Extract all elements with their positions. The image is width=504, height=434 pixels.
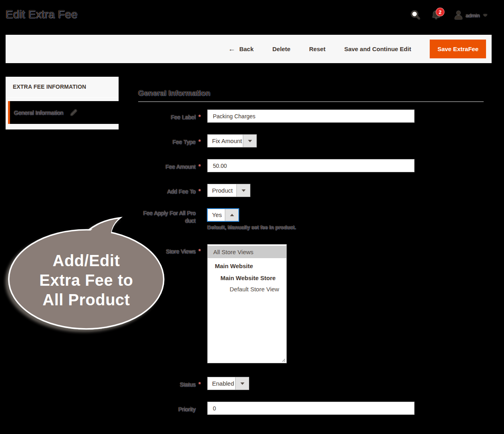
back-button-label: Back	[239, 46, 254, 52]
required-asterisk: *	[198, 248, 200, 254]
notification-count-badge: 2	[436, 8, 444, 16]
select-arrow-button[interactable]	[243, 135, 256, 147]
save-and-continue-button[interactable]: Save and Continue Edit	[344, 46, 411, 52]
chevron-down-icon	[242, 189, 246, 192]
pencil-icon	[70, 109, 77, 116]
page-actions-toolbar: ← Back Delete Reset Save and Continue Ed…	[6, 35, 492, 63]
priority-input[interactable]	[207, 402, 415, 415]
fee-type-value: Fix Amount	[208, 135, 243, 147]
status-label: Status	[138, 381, 196, 388]
store-views-listbox[interactable]: All Store Views Main Website Main Websit…	[207, 244, 287, 363]
save-extrafee-button[interactable]: Save ExtraFee	[430, 40, 486, 58]
required-asterisk: *	[198, 163, 200, 169]
search-icon[interactable]	[411, 10, 420, 20]
required-asterisk: *	[198, 381, 200, 387]
store-view-option-default-store-view[interactable]: Default Store View	[208, 284, 286, 295]
add-fee-to-label: Add Fee To	[138, 188, 196, 195]
fee-type-select[interactable]: Fix Amount	[207, 134, 257, 147]
back-button[interactable]: ← Back	[228, 46, 254, 52]
fee-apply-select[interactable]: Yes	[207, 208, 239, 222]
select-arrow-button[interactable]	[236, 184, 250, 197]
fee-amount-input[interactable]	[207, 159, 415, 172]
section-title: General Information	[138, 89, 210, 98]
reset-button[interactable]: Reset	[309, 46, 325, 52]
fee-label-input[interactable]	[207, 109, 415, 123]
store-view-option-main-website-store[interactable]: Main Website Store	[208, 272, 286, 284]
required-asterisk: *	[198, 188, 200, 194]
chevron-down-icon	[240, 382, 244, 385]
add-fee-to-select[interactable]: Product	[207, 184, 250, 197]
caret-down-icon	[483, 14, 487, 16]
add-fee-to-value: Product	[208, 184, 236, 197]
callout-line-2: Extra Fee to	[8, 271, 164, 290]
store-view-option-main-website[interactable]: Main Website	[208, 260, 286, 272]
fee-type-label: Fee Type	[138, 138, 196, 146]
back-arrow-icon: ←	[228, 46, 235, 52]
page-title: Edit Extra Fee	[6, 8, 77, 21]
account-menu[interactable]: admin	[454, 10, 490, 20]
callout-line-1: Add/Edit	[8, 251, 164, 271]
fee-apply-label: Fee Apply For All Pro duct	[138, 209, 196, 225]
chevron-down-icon	[248, 140, 252, 142]
account-username: admin	[466, 12, 480, 18]
select-arrow-button[interactable]	[235, 377, 249, 390]
sidebar-item-general-information[interactable]: General Information	[8, 101, 119, 124]
callout-line-3: All Product	[8, 290, 164, 310]
select-arrow-button[interactable]	[225, 209, 238, 221]
status-select[interactable]: Enabled	[207, 377, 249, 390]
fee-apply-note: Default, Manually set fee in product.	[207, 224, 296, 230]
fee-apply-label-line1: Fee Apply For All Pro	[143, 210, 196, 216]
callout-text: Add/Edit Extra Fee to All Product	[8, 251, 164, 310]
fee-label-label: Fee Label	[138, 113, 196, 121]
status-value: Enabled	[208, 377, 235, 390]
sidebar-header: EXTRA FEE INFORMATION	[6, 77, 119, 98]
fee-amount-label: Fee Amount	[138, 163, 196, 171]
priority-label: Priority	[138, 406, 196, 413]
section-divider	[138, 102, 484, 102]
store-view-option-all[interactable]: All Store Views	[208, 246, 286, 258]
chevron-up-icon	[230, 214, 234, 216]
sidebar-item-label: General Information	[14, 109, 63, 116]
resize-grip-icon[interactable]	[281, 358, 286, 362]
delete-button[interactable]: Delete	[272, 46, 290, 52]
fee-apply-label-line2: duct	[185, 217, 196, 224]
page: Edit Extra Fee 2 admin ← Back Delete Res…	[0, 0, 504, 434]
required-asterisk: *	[198, 113, 200, 120]
sidebar: EXTRA FEE INFORMATION General Informatio…	[6, 77, 119, 129]
required-asterisk: *	[198, 138, 200, 145]
fee-apply-value: Yes	[208, 209, 225, 221]
user-avatar-icon	[454, 11, 462, 20]
